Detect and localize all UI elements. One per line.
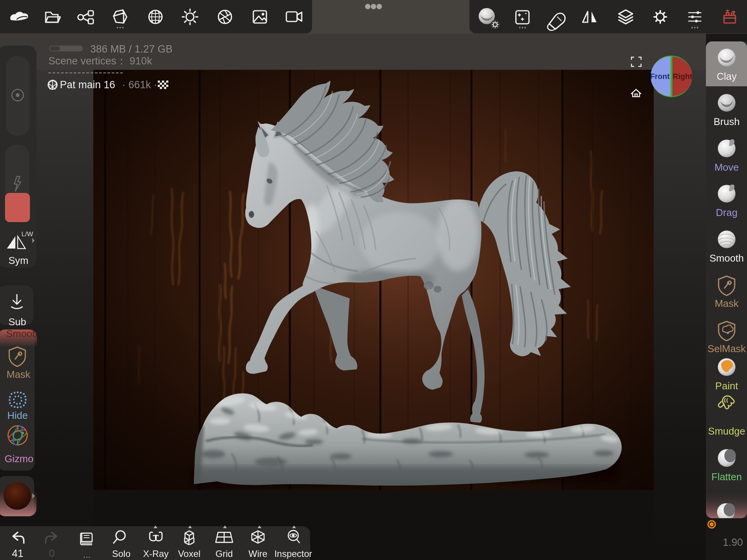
svg-text:386 MB / 1.27 GB: 386 MB / 1.27 GB [90,43,173,55]
svg-text:SelMask: SelMask [707,343,746,354]
svg-text:Grid: Grid [215,548,233,559]
svg-text:Pat main 16: Pat main 16 [60,79,115,91]
svg-text:Flatten: Flatten [711,471,742,483]
svg-text:Clay: Clay [717,71,737,82]
svg-text:Smooth: Smooth [6,329,38,339]
svg-text:1.90: 1.90 [723,537,743,548]
svg-text:Hide: Hide [7,410,28,421]
svg-text:Brush: Brush [714,116,740,127]
svg-text:X-Ray: X-Ray [143,548,169,559]
svg-text:Scene vertices： 910k: Scene vertices： 910k [48,55,152,67]
svg-text:Move: Move [714,161,739,173]
svg-text:Solo: Solo [112,548,131,559]
svg-text:Gizmo: Gizmo [5,453,33,464]
svg-text:L/W: L/W [21,231,33,238]
svg-text:Smudge: Smudge [708,425,745,437]
svg-text:Inspector: Inspector [274,548,312,559]
svg-text:...: ... [83,549,91,560]
svg-text:Drag: Drag [716,207,737,218]
svg-text:Mask: Mask [7,369,31,380]
svg-text:Paint: Paint [715,380,738,392]
svg-text:Sub: Sub [8,316,26,328]
svg-text:Sym: Sym [8,255,28,266]
svg-text:Front: Front [650,72,669,81]
svg-text:Right: Right [673,72,692,81]
svg-text:Smooth: Smooth [709,252,744,264]
svg-text:Wire: Wire [248,548,267,559]
svg-text:· 661k ·: · 661k · [122,79,157,91]
svg-text:0: 0 [49,548,55,559]
svg-text:Mask: Mask [715,298,739,309]
svg-text:41: 41 [12,548,23,559]
svg-text:Voxel: Voxel [178,548,201,559]
